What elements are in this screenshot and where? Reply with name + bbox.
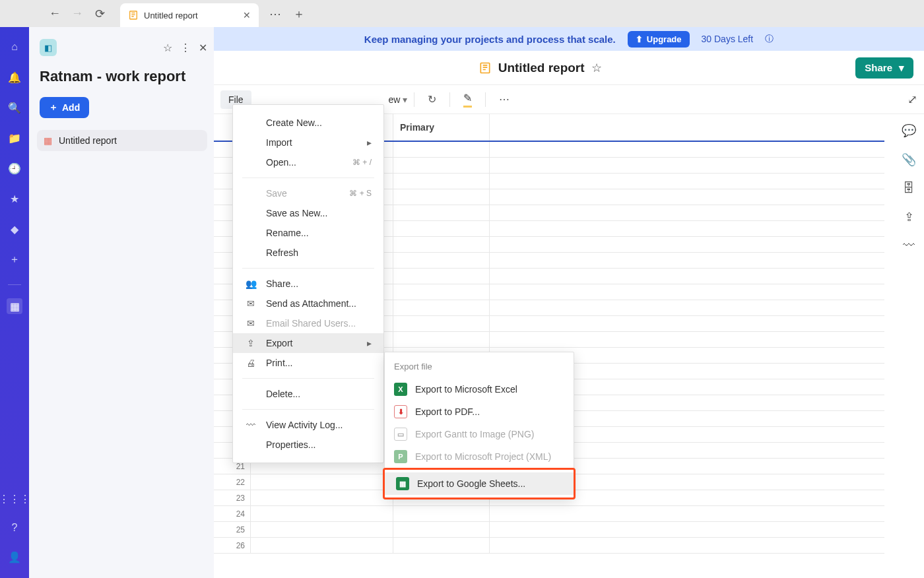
mail-icon: ✉ [245, 318, 257, 329]
more-horizontal-icon[interactable]: ⋯ [499, 93, 510, 106]
home-icon[interactable]: ⌂ [7, 39, 22, 55]
trial-text: 30 Days Left [702, 34, 754, 44]
help-icon[interactable]: ? [7, 520, 22, 536]
favorite-star-icon[interactable]: ☆ [163, 42, 172, 54]
sidebar-title: Ratnam - work report [40, 68, 207, 85]
clock-icon[interactable]: 🕘 [7, 160, 22, 176]
file-menu: Create New... Import▸ Open...⌘ + / Save⌘… [232, 104, 384, 463]
apps-grid-icon[interactable]: ⋮⋮⋮ [7, 491, 22, 507]
more-vertical-icon[interactable]: ⋮ [180, 42, 191, 54]
msproject-icon: P [394, 450, 407, 463]
sidebar: ◧ ☆ ⋮ ✕ Ratnam - work report ＋Add ▦ Unti… [29, 27, 214, 578]
sidebar-item-label: Untitled report [59, 135, 117, 146]
column-header[interactable]: Primary [393, 114, 490, 141]
right-dock: 💬 📎 🗄 ⇪ 〰 [894, 114, 924, 253]
export-submenu: Export file XExport to Microsoft Excel ⬇… [384, 352, 574, 498]
menu-open[interactable]: Open...⌘ + / [233, 152, 383, 172]
banner-text: Keep managing your projects and process … [364, 34, 616, 45]
export-icon: ⇪ [245, 338, 257, 348]
sidebar-close-icon[interactable]: ✕ [199, 42, 207, 54]
menu-save-as[interactable]: Save as New... [233, 203, 383, 223]
nav-refresh-button[interactable]: ⟳ [91, 5, 108, 22]
menu-import[interactable]: Import▸ [233, 133, 383, 152]
diamond-icon[interactable]: ◆ [7, 221, 22, 237]
menu-save: Save⌘ + S [233, 183, 383, 203]
favorite-star-icon[interactable]: ☆ [591, 61, 602, 75]
menu-activity-log[interactable]: 〰View Activity Log... [233, 415, 383, 435]
archive-icon[interactable]: 🗄 [903, 181, 915, 195]
menu-properties[interactable]: Properties... [233, 435, 383, 455]
browser-tab[interactable]: Untitled report ✕ [120, 3, 259, 27]
google-sheets-icon: ▦ [396, 477, 409, 490]
caret-down-icon: ▾ [899, 62, 904, 74]
row-number: 22 [214, 474, 251, 490]
star-icon[interactable]: ★ [7, 191, 22, 207]
pdf-icon: ⬇ [394, 405, 407, 418]
browser-bar: ← → ⟳ Untitled report ✕ ⋯ ＋ [0, 0, 924, 27]
info-icon[interactable]: ⓘ [765, 33, 774, 45]
app-badge-icon: ◧ [40, 39, 57, 56]
menu-refresh[interactable]: Refresh [233, 243, 383, 263]
menu-delete[interactable]: Delete... [233, 384, 383, 404]
add-icon[interactable]: ＋ [7, 251, 22, 267]
menu-rename[interactable]: Rename... [233, 223, 383, 243]
nav-back-button[interactable]: ← [46, 5, 63, 22]
menu-export[interactable]: ⇪Export▸ [233, 333, 383, 353]
bell-icon[interactable]: 🔔 [7, 69, 22, 85]
highlight-callout: ▦Export to Google Sheets... [383, 468, 576, 499]
row-number: 26 [214, 538, 251, 553]
vertical-rail: ⌂ 🔔 🔍 📁 🕘 ★ ◆ ＋ ▦ ⋮⋮⋮ ? 👤 [0, 27, 29, 578]
export-excel[interactable]: XExport to Microsoft Excel [385, 378, 574, 401]
table-row[interactable]: 26 [214, 538, 884, 554]
tab-title: Untitled report [144, 11, 243, 20]
people-icon: 👥 [245, 278, 257, 289]
table-row[interactable]: 25 [214, 522, 884, 538]
report-icon [128, 10, 139, 20]
comment-icon[interactable]: 💬 [902, 123, 916, 138]
export-gantt-image: ▭Export Gantt to Image (PNG) [385, 423, 574, 445]
export-msproject: PExport to Microsoft Project (XML) [385, 445, 574, 468]
menu-share[interactable]: 👥Share... [233, 274, 383, 294]
report-icon: ▦ [44, 135, 52, 146]
chevron-right-icon: ▸ [367, 338, 372, 348]
app-icon[interactable]: ▦ [7, 298, 22, 314]
tab-close-button[interactable]: ✕ [243, 10, 251, 20]
user-icon[interactable]: 👤 [7, 549, 22, 565]
view-dropdown[interactable]: ew ▾ [389, 94, 408, 105]
printer-icon: 🖨 [245, 358, 257, 368]
mail-icon: ✉ [245, 298, 257, 309]
document-title[interactable]: Untitled report [498, 61, 585, 75]
submenu-header: Export file [385, 358, 574, 378]
row-number: 25 [214, 522, 251, 537]
redo-icon[interactable]: ↻ [428, 93, 436, 106]
export-pdf[interactable]: ⬇Export to PDF... [385, 401, 574, 423]
export-google-sheets[interactable]: ▦Export to Google Sheets... [385, 472, 574, 495]
activity-icon[interactable]: 〰 [903, 239, 915, 253]
attachment-icon[interactable]: 📎 [902, 152, 916, 167]
plus-icon: ＋ [49, 102, 58, 113]
menu-email-shared: ✉Email Shared Users... [233, 313, 383, 333]
row-number: 23 [214, 490, 251, 505]
share-button[interactable]: Share▾ [855, 57, 913, 79]
new-tab-button[interactable]: ＋ [293, 6, 305, 22]
highlight-icon[interactable]: ✎ [463, 92, 472, 108]
upgrade-button[interactable]: ⬆Upgrade [628, 31, 690, 48]
add-label: Add [62, 102, 80, 113]
document-up-icon[interactable]: ⇪ [904, 210, 914, 224]
add-button[interactable]: ＋Add [40, 97, 89, 118]
row-number: 24 [214, 506, 251, 521]
sidebar-item-report[interactable]: ▦ Untitled report [37, 130, 207, 151]
table-row[interactable]: 24 [214, 506, 884, 522]
menu-send-attachment[interactable]: ✉Send as Attachment... [233, 294, 383, 313]
folder-icon[interactable]: 📁 [7, 130, 22, 146]
tab-overflow-button[interactable]: ⋯ [269, 7, 281, 21]
image-icon: ▭ [394, 428, 407, 441]
nav-forward-button[interactable]: → [69, 5, 86, 22]
menu-print[interactable]: 🖨Print... [233, 353, 383, 373]
chevron-right-icon: ▸ [367, 137, 372, 148]
activity-icon: 〰 [245, 420, 257, 430]
menu-create-new[interactable]: Create New... [233, 113, 383, 133]
expand-icon[interactable]: ⤢ [908, 92, 917, 107]
report-icon [478, 61, 492, 75]
search-icon[interactable]: 🔍 [7, 100, 22, 115]
